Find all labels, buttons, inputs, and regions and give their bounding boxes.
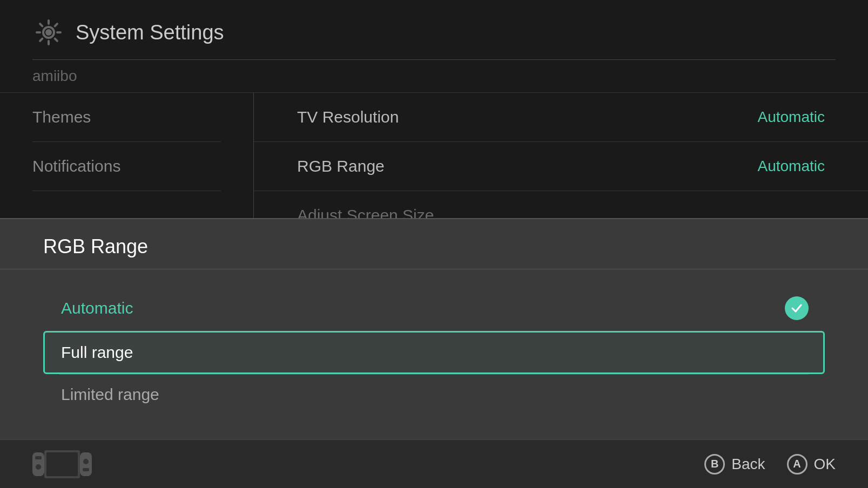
ok-label: OK (814, 456, 836, 473)
a-button-circle: A (787, 454, 808, 475)
svg-point-1 (45, 29, 52, 36)
rgb-range-options: Automatic Full range Limited range (0, 269, 868, 431)
b-button-circle: B (704, 454, 725, 475)
sidebar-item-amiibo[interactable]: amiibo (0, 60, 868, 93)
svg-rect-3 (35, 456, 42, 459)
rgb-range-header: RGB Range (0, 219, 868, 269)
footer-buttons: B Back A OK (704, 454, 836, 475)
check-icon (785, 296, 809, 320)
header: System Settings (0, 0, 868, 59)
back-label: Back (731, 456, 765, 473)
footer: B Back A OK (0, 439, 868, 488)
rgb-range-value: Automatic (758, 158, 825, 175)
option-automatic[interactable]: Automatic (43, 286, 825, 331)
svg-point-8 (83, 459, 89, 464)
rgb-range-title: RGB Range (43, 235, 148, 257)
svg-rect-9 (83, 468, 89, 471)
rgb-range-label: RGB Range (297, 157, 385, 175)
tv-resolution-label: TV Resolution (297, 108, 399, 126)
page-title: System Settings (76, 21, 224, 44)
svg-point-4 (36, 464, 41, 470)
option-full-range-label: Full range (61, 343, 133, 362)
option-limited-range[interactable]: Limited range (43, 375, 825, 415)
switch-logo (32, 448, 92, 480)
option-automatic-label: Automatic (61, 299, 133, 317)
sidebar-item-notifications[interactable]: Notifications (32, 142, 221, 191)
tv-resolution-value: Automatic (758, 109, 825, 126)
switch-console-icon (32, 448, 92, 480)
option-limited-range-label: Limited range (61, 385, 159, 404)
option-full-range[interactable]: Full range (43, 331, 825, 374)
rgb-range-row[interactable]: RGB Range Automatic (254, 142, 868, 191)
back-button[interactable]: B Back (704, 454, 765, 475)
tv-resolution-row[interactable]: TV Resolution Automatic (254, 93, 868, 142)
svg-rect-6 (46, 452, 78, 476)
ok-button[interactable]: A OK (787, 454, 836, 475)
sidebar-item-themes[interactable]: Themes (32, 93, 221, 142)
gear-icon (32, 16, 65, 49)
